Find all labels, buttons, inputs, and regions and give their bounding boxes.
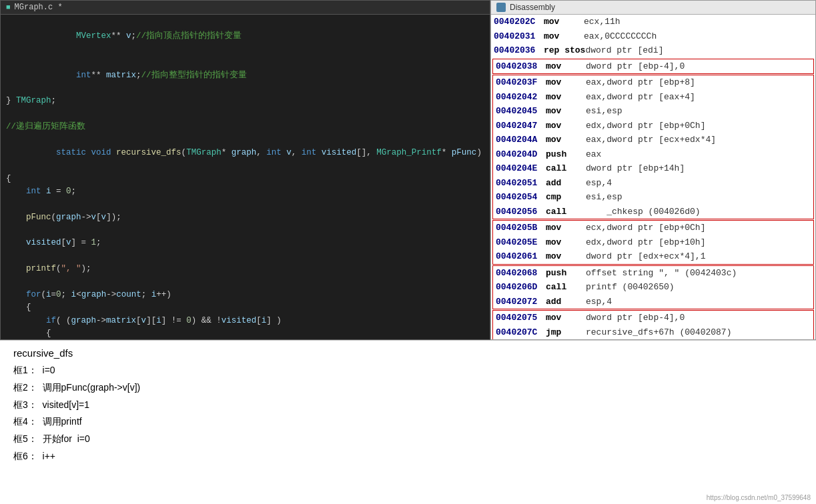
code-line <box>1 276 490 289</box>
disasm-row: 0040205B mov ecx,dword ptr [ebp+0Ch] <box>493 221 813 235</box>
disasm-row: 00402042 mov eax,dword ptr [eax+4] <box>493 90 813 105</box>
code-line: { <box>1 301 490 314</box>
disasm-row: 00402075 mov dword ptr [ebp-4],0 <box>493 311 813 325</box>
code-line: MVertex** v;//指向顶点指针的指针变量 <box>1 17 490 56</box>
annotation-item-6: 框6： i++ <box>13 449 803 465</box>
disasm-icon <box>496 3 506 12</box>
disasm-row: 00402054 cmp esi,esp <box>493 190 813 205</box>
disasm-row: 0040206D call printf (00402650) <box>493 280 813 295</box>
disasm-row: 00402036 rep stos dword ptr [edi] <box>491 43 815 58</box>
code-content[interactable]: MVertex** v;//指向顶点指针的指针变量 int** matrix;/… <box>1 15 490 337</box>
disasm-titlebar: Disassembly <box>491 1 815 15</box>
code-line: if( (graph->matrix[v][i] != 0) && !visit… <box>1 315 490 327</box>
code-line: static void recursive_dfs(TMGraph* graph… <box>1 133 490 172</box>
annotation-item-1: 框1： i=0 <box>13 363 803 379</box>
disasm-title: Disassembly <box>510 3 555 12</box>
disasm-row: 00402068 push offset string ", " (004240… <box>493 266 813 281</box>
disasm-row: 0040204D push eax <box>493 147 813 162</box>
footer-url: https://blog.csdn.net/m0_37599648 <box>707 494 811 501</box>
code-panel: ■ MGraph.c * MVertex** v;//指向顶点指针的指针变量 i… <box>0 0 490 340</box>
code-line <box>1 108 490 121</box>
disasm-row: 0040204A mov eax,dword ptr [ecx+edx*4] <box>493 133 813 147</box>
code-panel-title: MGraph.c * <box>15 3 63 12</box>
disasm-box-5: 00402075 mov dword ptr [ebp-4],0 0040207… <box>492 310 814 339</box>
disasm-panel: Disassembly 0040202C mov ecx,11h 0040203… <box>490 0 816 340</box>
disasm-row: 00402038 mov dword ptr [ebp-4],0 <box>493 59 813 74</box>
file-icon: ■ <box>6 3 11 11</box>
disasm-content[interactable]: 0040202C mov ecx,11h 00402031 mov eax,0C… <box>491 15 815 339</box>
disasm-row: 00402072 add esp,4 <box>493 295 813 309</box>
disasm-box-2: 0040203F mov eax,dword ptr [ebp+8] 00402… <box>492 75 814 219</box>
code-panel-titlebar: ■ MGraph.c * <box>1 1 490 15</box>
disasm-row: 00402045 mov esi,esp <box>493 104 813 119</box>
code-line: { <box>1 327 490 337</box>
code-line <box>1 250 490 263</box>
annotation-item-4: 框4： 调用printf <box>13 414 803 430</box>
annotation-item-3: 框3： visited[v]=1 <box>13 397 803 413</box>
disasm-row: 0040204E call dword ptr [ebp+14h] <box>493 161 813 176</box>
disasm-box-4: 00402068 push offset string ", " (004240… <box>492 265 814 310</box>
code-line <box>1 224 490 237</box>
disasm-row: 00402031 mov eax,0CCCCCCCCh <box>491 29 815 44</box>
disasm-row: 00402051 add esp,4 <box>493 176 813 191</box>
disasm-row: 00402061 mov dword ptr [edx+ecx*4],1 <box>493 249 813 264</box>
disasm-box-3: 0040205B mov ecx,dword ptr [ebp+0Ch] 004… <box>492 220 814 265</box>
disasm-row: 00402047 mov edx,dword ptr [ebp+0Ch] <box>493 119 813 133</box>
disasm-row: 0040202C mov ecx,11h <box>491 15 815 29</box>
code-line: visited[v] = 1; <box>1 237 490 249</box>
disasm-row: 0040207C jmp recursive_dfs+67h (00402087… <box>493 325 813 340</box>
annotation-item-2: 框2： 调用pFunc(graph->v[v]) <box>13 380 803 396</box>
annotation-section: recursive_dfs 框1： i=0 框2： 调用pFunc(graph-… <box>0 340 816 504</box>
annotation-item-5: 框5： 开始for i=0 <box>13 431 803 447</box>
code-line: //递归遍历矩阵函数 <box>1 121 490 133</box>
disasm-row: 00402056 call _chkesp (004026d0) <box>493 205 813 219</box>
disasm-row: 0040203F mov eax,dword ptr [ebp+8] <box>493 75 813 90</box>
code-line: { <box>1 173 490 185</box>
code-line <box>1 198 490 211</box>
code-line: pFunc(graph->v[v]); <box>1 211 490 224</box>
code-line: for(i=0; i<graph->count; i++) <box>1 289 490 301</box>
disasm-box-1: 00402038 mov dword ptr [ebp-4],0 <box>492 59 814 75</box>
code-line: int i = 0; <box>1 185 490 198</box>
code-line: } TMGraph; <box>1 95 490 107</box>
disasm-row: 0040205E mov edx,dword ptr [ebp+10h] <box>493 235 813 250</box>
code-line: int** matrix;//指向整型指针的指针变量 <box>1 56 490 95</box>
code-line: printf(", "); <box>1 263 490 275</box>
annotation-title: recursive_dfs <box>13 347 803 359</box>
